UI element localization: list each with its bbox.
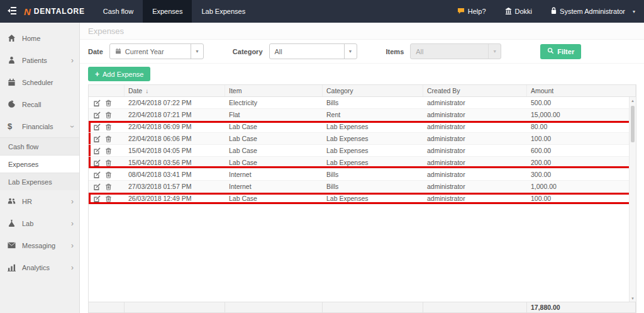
cell-date: 15/04/2018 03:56 PM — [125, 157, 225, 168]
delete-row-button[interactable] — [105, 183, 112, 190]
hr-icon — [8, 197, 22, 205]
category-filter-select[interactable]: All ▼ — [269, 43, 357, 59]
delete-row-button[interactable] — [105, 111, 112, 118]
topbar-nav-cash-flow[interactable]: Cash flow — [94, 0, 143, 23]
scrollbar-thumb[interactable] — [631, 106, 635, 142]
sidebar-item-financials[interactable]: $ Financials › — [0, 115, 79, 137]
sidebar-item-hr[interactable]: HR › — [0, 190, 79, 212]
cell-created-by: administrator — [423, 133, 527, 144]
date-filter-select[interactable]: Current Year ▼ — [109, 43, 204, 59]
cell-date: 08/04/2018 03:41 PM — [125, 169, 225, 180]
delete-row-button[interactable] — [105, 159, 112, 166]
edit-row-button[interactable] — [94, 123, 101, 130]
sidebar-item-cash-flow[interactable]: Cash flow — [0, 137, 79, 155]
edit-row-button[interactable] — [94, 183, 101, 190]
user-link[interactable]: Dokki — [505, 8, 533, 16]
sidebar-menu: Home Patients › Scheduler Recall $ Finan… — [0, 27, 79, 278]
column-header-amount[interactable]: Amount — [527, 85, 636, 96]
delete-row-button[interactable] — [105, 171, 112, 178]
user-name: Dokki — [515, 8, 533, 15]
account-menu[interactable]: System Administrator ▾ — [551, 7, 635, 16]
edit-row-button[interactable] — [94, 159, 101, 166]
cell-category: Bills — [323, 181, 423, 192]
brand[interactable]: N DENTALORE — [24, 6, 85, 17]
table-body: 22/04/2018 07:22 PM Electricity Bills ad… — [89, 97, 636, 302]
sidebar-item-lab-expenses[interactable]: Lab Expenses — [0, 173, 79, 190]
table-row: 22/04/2018 07:22 PM Electricity Bills ad… — [89, 97, 636, 109]
sidebar-toggle-icon — [8, 7, 16, 16]
cell-category: Lab Expenses — [323, 157, 423, 168]
scroll-down-icon[interactable]: ▼ — [630, 295, 636, 302]
category-filter-label: Category — [233, 48, 263, 55]
delete-row-button[interactable] — [105, 135, 112, 142]
sidebar-item-scheduler[interactable]: Scheduler — [0, 71, 79, 93]
cell-amount: 300.00 — [527, 169, 636, 180]
add-expense-button[interactable]: + Add Expense — [88, 67, 150, 81]
edit-row-button[interactable] — [94, 195, 101, 202]
cell-created-by: administrator — [423, 97, 527, 108]
help-chat-icon — [457, 8, 465, 16]
table-scrollbar[interactable]: ▲ ▼ — [629, 97, 636, 302]
sidebar-item-patients[interactable]: Patients › — [0, 49, 79, 71]
cell-created-by: administrator — [423, 121, 527, 132]
edit-row-button[interactable] — [94, 171, 101, 178]
filters-bar: Date Current Year ▼ Category All ▼ Items… — [80, 40, 644, 64]
delete-row-button[interactable] — [105, 195, 112, 202]
sidebar-item-expenses[interactable]: Expenses — [0, 155, 79, 173]
cell-date: 22/04/2018 06:09 PM — [125, 121, 225, 132]
cell-category: Rent — [323, 109, 423, 120]
footer-cell-date — [125, 302, 225, 312]
column-header-date[interactable]: Date↓ — [125, 85, 225, 96]
sidebar-item-analytics[interactable]: Analytics › — [0, 256, 79, 278]
dokki-icon — [505, 8, 512, 16]
footer-cell-actions — [89, 302, 125, 312]
plus-icon: + — [95, 70, 99, 79]
column-header-actions — [89, 85, 125, 96]
cell-category: Bills — [323, 97, 423, 108]
items-filter-value: All — [416, 48, 423, 55]
help-link[interactable]: Help? — [457, 8, 486, 16]
delete-row-button[interactable] — [105, 147, 112, 154]
cell-category: Lab Expenses — [323, 145, 423, 156]
topbar-nav-lab-expenses[interactable]: Lab Expenses — [192, 0, 255, 23]
topbar-nav-expenses[interactable]: Expenses — [143, 0, 192, 23]
edit-row-button[interactable] — [94, 111, 101, 118]
brand-logo-icon: N — [24, 6, 31, 17]
sidebar-item-home[interactable]: Home — [0, 27, 79, 49]
sidebar-item-recall[interactable]: Recall — [0, 93, 79, 115]
cell-created-by: administrator — [423, 193, 527, 204]
chevron-down-icon: ▼ — [344, 44, 357, 59]
edit-row-button[interactable] — [94, 100, 101, 106]
sidebar-item-lab[interactable]: Lab › — [0, 212, 79, 234]
scroll-up-icon[interactable]: ▲ — [630, 97, 636, 104]
topbar-nav: Cash flowExpensesLab Expenses — [94, 0, 255, 23]
delete-row-button[interactable] — [105, 100, 112, 106]
home-icon — [8, 34, 22, 42]
edit-row-button[interactable] — [94, 147, 101, 154]
help-label: Help? — [468, 8, 486, 15]
table-footer: 17,880.00 — [89, 302, 636, 312]
page-title: Expenses — [80, 23, 644, 40]
cell-date: 22/04/2018 07:21 PM — [125, 109, 225, 120]
cell-amount: 600.00 — [527, 145, 636, 156]
column-header-created-by[interactable]: Created By — [423, 85, 527, 96]
toolbar: + Add Expense — [80, 64, 644, 84]
edit-row-button[interactable] — [94, 135, 101, 142]
delete-row-button[interactable] — [105, 123, 112, 130]
cell-created-by: administrator — [423, 181, 527, 192]
cell-date: 15/04/2018 04:05 PM — [125, 145, 225, 156]
filter-button[interactable]: Filter — [540, 44, 581, 59]
sidebar-item-messaging[interactable]: Messaging › — [0, 234, 79, 256]
chevron-right-icon: › — [71, 241, 74, 250]
table-row-highlighted: 22/04/2018 06:09 PM Lab Case Lab Expense… — [89, 121, 636, 133]
sidebar-toggle-button[interactable] — [0, 0, 24, 23]
column-header-item[interactable]: Item — [225, 85, 323, 96]
footer-cell-category — [323, 302, 423, 312]
cell-created-by: administrator — [423, 169, 527, 180]
cell-created-by: administrator — [423, 157, 527, 168]
cell-amount: 1,000.00 — [527, 181, 636, 192]
column-header-category[interactable]: Category — [323, 85, 423, 96]
cell-item: Lab Case — [225, 133, 323, 144]
calendar-icon — [115, 48, 121, 55]
cell-amount: 200.00 — [527, 157, 636, 168]
